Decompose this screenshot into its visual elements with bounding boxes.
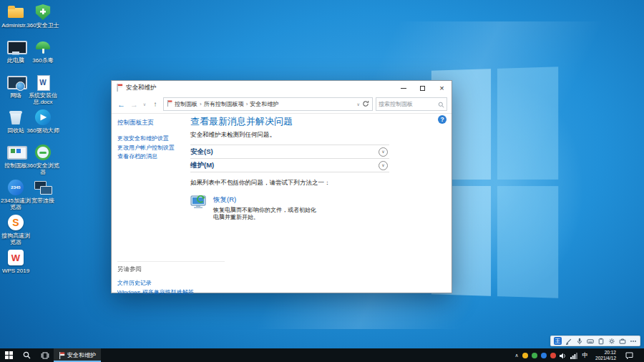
breadcrumb-separator: ›: [246, 101, 248, 107]
sidebar-item-change-security-settings[interactable]: 更改安全和维护设置: [117, 134, 183, 144]
taskbar-clock[interactable]: 20:12 2021/4/12: [593, 350, 618, 361]
360-browser-icon: [34, 144, 52, 161]
status-text: 安全和维护未检测到任何问题。: [190, 131, 443, 140]
tray-icon[interactable]: [532, 353, 537, 358]
up-button[interactable]: ↑: [150, 100, 160, 108]
ime-more-icon[interactable]: [629, 337, 637, 345]
tray-icon[interactable]: [541, 353, 547, 358]
sidebar-item-control-panel-home[interactable]: 控制面板主页: [117, 119, 183, 127]
show-hidden-icons-chevron[interactable]: ∧: [514, 353, 518, 358]
recovery-item: 恢复(R) 恢复电脑而不影响你的文件，或者初始化电脑并重新开始。: [190, 195, 443, 221]
clock-date: 2021/4/12: [595, 356, 616, 361]
tray-icon[interactable]: [522, 353, 528, 358]
desktop-icon-label: 搜狗高速浏览器: [0, 233, 32, 245]
desktop-icon-360-browser[interactable]: 360安全浏览器: [27, 143, 59, 178]
recycle-bin-icon: [7, 109, 24, 126]
troubleshoot-note: 如果列表中不包括你的问题，请尝试下列方法之一：: [190, 179, 443, 187]
broadband-connection-icon: [34, 179, 52, 196]
search-input[interactable]: [379, 101, 438, 107]
ime-clipboard-icon[interactable]: [597, 337, 605, 345]
sidebar-item-view-archived-messages[interactable]: 查看存档的消息: [117, 152, 183, 162]
network-icon[interactable]: [570, 349, 577, 362]
clock-time: 20:12: [605, 350, 616, 356]
back-button[interactable]: ←: [116, 100, 127, 109]
section-security[interactable]: 安全(S) ∨: [190, 145, 389, 159]
ime-keyboard-icon[interactable]: [586, 337, 594, 345]
minimize-glyph: [401, 88, 406, 89]
windows-logo-icon: [5, 351, 13, 359]
ime-logo-icon[interactable]: 王: [554, 337, 562, 345]
volume-icon[interactable]: [560, 349, 567, 362]
sidebar-item-change-uac-settings[interactable]: 更改用户帐户控制设置: [117, 144, 183, 153]
desktop-icon-label: 360驱动大师: [26, 127, 59, 134]
desktop-icon-label: 360安全浏览器: [26, 162, 59, 175]
desktop-icon-label: 宽带连接: [26, 197, 59, 204]
desktop-icon-wps-2019[interactable]: WPS 2019: [0, 248, 31, 283]
ime-pen-icon[interactable]: [565, 337, 572, 345]
breadcrumb-security-maintenance[interactable]: 安全和维护: [250, 100, 278, 108]
address-bar[interactable]: 控制面板 › 所有控制面板项 › 安全和维护 ∨: [163, 97, 373, 111]
sogou-browser-icon: [7, 214, 24, 231]
desktop-icon-sogou-browser[interactable]: 搜狗高速浏览器: [0, 213, 31, 248]
task-view-icon: [41, 352, 49, 359]
see-also-file-history-link[interactable]: 文件历史记录: [117, 278, 225, 288]
expander-sections: 安全(S) ∨ 维护(M) ∨: [190, 145, 389, 172]
refresh-icon[interactable]: [362, 100, 369, 109]
chevron-glyph: ∨: [381, 163, 384, 167]
ime-toolbox-icon[interactable]: [618, 337, 626, 345]
chevron-glyph: ∨: [381, 150, 384, 154]
see-also-compatibility-troubleshooter-link[interactable]: Windows 程序兼容性疑难解答: [117, 288, 225, 297]
action-center-icon: [625, 352, 633, 359]
main-panel: 查看最新消息并解决问题 安全和维护未检测到任何问题。 安全(S) ∨ 维护(M)…: [190, 114, 443, 221]
system-tray: ∧ 中 20:12 2021/4/12: [513, 348, 644, 362]
360-driver-master-icon: [34, 109, 52, 126]
control-panel-icon: [7, 144, 24, 161]
desktop-icon-label: WPS 2019: [0, 268, 32, 274]
ime-language-indicator[interactable]: 中: [581, 351, 590, 360]
action-center-button[interactable]: [622, 352, 636, 359]
recovery-link[interactable]: 恢复(R): [213, 195, 317, 205]
see-also-title: 另请参阅: [117, 265, 225, 274]
wps-icon: [7, 249, 24, 266]
taskbar-search-button[interactable]: [18, 348, 36, 362]
desktop-icon-docx-file[interactable]: 系统安装信息.docx: [27, 73, 59, 108]
desktop-icon-360-driver-master[interactable]: 360驱动大师: [27, 108, 59, 143]
desktop-icon-360-antivirus[interactable]: 360杀毒: [27, 38, 59, 73]
start-button[interactable]: [0, 348, 18, 362]
recovery-text: 恢复(R) 恢复电脑而不影响你的文件，或者初始化电脑并重新开始。: [213, 195, 317, 221]
360-safe-icon: [34, 4, 52, 21]
ime-settings-gear-icon[interactable]: [608, 337, 615, 345]
chevron-down-icon[interactable]: ∨: [379, 147, 388, 157]
desktop-icon-label: 360安全卫士: [26, 22, 59, 29]
address-flag-icon: [167, 100, 172, 108]
minimize-button[interactable]: [394, 81, 413, 95]
taskbar-app-security-maintenance[interactable]: 安全和维护: [54, 348, 101, 362]
breadcrumb-control-panel[interactable]: 控制面板: [175, 100, 197, 108]
see-also-section: 另请参阅 文件历史记录 Windows 程序兼容性疑难解答: [117, 261, 225, 297]
task-view-button[interactable]: [36, 348, 54, 362]
user-folder-icon: [7, 4, 24, 21]
recovery-icon: [190, 195, 208, 213]
window-titlebar[interactable]: 安全和维护 ×: [112, 81, 452, 95]
address-dropdown-chevron-icon[interactable]: ∨: [357, 102, 360, 107]
tray-icon[interactable]: [550, 353, 556, 358]
forward-button[interactable]: →: [130, 100, 139, 109]
maximize-button[interactable]: [413, 81, 432, 95]
section-maintenance-label: 维护(M): [190, 161, 379, 170]
window-title: 安全和维护: [126, 84, 394, 92]
section-maintenance[interactable]: 维护(M) ∨: [190, 159, 389, 172]
section-security-label: 安全(S): [190, 147, 379, 157]
close-button[interactable]: ×: [432, 81, 452, 95]
desktop-icon-360-safe[interactable]: 360安全卫士: [27, 3, 59, 38]
desktop-icon-broadband[interactable]: 宽带连接: [27, 178, 59, 213]
chevron-down-icon[interactable]: ∨: [379, 161, 388, 170]
desktop: Administr... 此电脑 网络 回收站 控制面板 2345加速浏览器 搜…: [0, 0, 644, 362]
search-icon[interactable]: [438, 98, 444, 111]
recent-locations-chevron-icon[interactable]: ∨: [142, 102, 147, 107]
360-antivirus-icon: [34, 39, 52, 56]
explorer-navbar: ← → ∨ ↑ 控制面板 › 所有控制面板项 › 安全和维护 ∨: [112, 95, 452, 114]
search-box: [376, 97, 447, 111]
ime-mic-icon[interactable]: [575, 337, 583, 345]
breadcrumb-all-items[interactable]: 所有控制面板项: [204, 100, 244, 108]
maximize-glyph: [420, 86, 425, 91]
